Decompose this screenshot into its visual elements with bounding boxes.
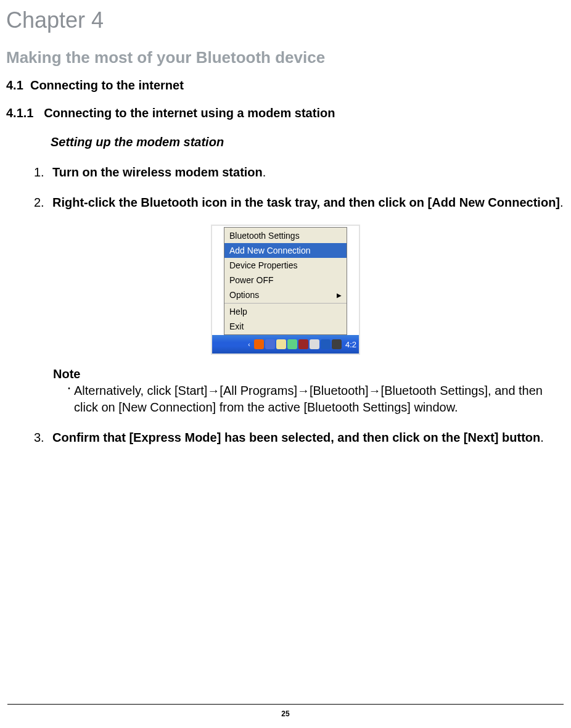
step-bold: Turn on the wireless modem station [52, 165, 263, 179]
heading-number: 4.1 [6, 78, 23, 92]
taskbar: ‹ 4:2 [212, 335, 359, 354]
heading-text: Connecting to the internet [30, 78, 184, 92]
menu-item-label: Help [229, 307, 247, 316]
subheading-setting-up: Setting up the modem station [51, 135, 565, 149]
context-menu-screenshot: Bluetooth Settings Add New Connection De… [211, 225, 360, 355]
tray-icon[interactable] [332, 339, 342, 349]
menu-item-label: Power OFF [229, 275, 274, 285]
menu-item-label: Options [229, 290, 259, 300]
heading-4-1: 4.1 Connecting to the internet [6, 78, 565, 93]
tray-icon[interactable] [310, 339, 319, 349]
menu-item-options[interactable]: Options▶ [224, 287, 347, 302]
menu-item-help[interactable]: Help [224, 304, 347, 319]
step-item: 3. Confirm that [Express Mode] has been … [34, 429, 565, 446]
menu-item-add-new-connection[interactable]: Add New Connection [224, 243, 347, 258]
menu-item-label: Device Properties [229, 260, 298, 270]
tray-icon[interactable] [254, 339, 264, 349]
tray-icon[interactable] [276, 339, 286, 349]
taskbar-clock: 4:2 [345, 340, 356, 349]
step-body: Confirm that [Express Mode] has been sel… [52, 429, 544, 446]
submenu-arrow-icon: ▶ [337, 292, 342, 299]
menu-item-label: Bluetooth Settings [229, 231, 300, 241]
step-number: 2. [34, 194, 52, 211]
step-bold: Confirm that [Express Mode] has been sel… [52, 431, 540, 444]
note-bullet: • Alternatively, click [Start]→[All Prog… [64, 383, 565, 416]
step-number: 1. [34, 164, 52, 181]
menu-item-label: Add New Connection [229, 246, 311, 255]
step-tail: . [263, 165, 266, 179]
menu-item-device-properties[interactable]: Device Properties [224, 258, 347, 273]
step-item: 1. Turn on the wireless modem station. [34, 164, 565, 181]
chapter-title: Chapter 4 [6, 7, 565, 33]
context-menu: Bluetooth Settings Add New Connection De… [224, 227, 347, 335]
tray-icon[interactable] [287, 339, 297, 349]
step-tail: . [540, 431, 544, 444]
menu-item-exit[interactable]: Exit [224, 319, 347, 334]
step-bold: Right-click the Bluetooth icon in the ta… [52, 196, 560, 209]
page-number: 25 [281, 709, 289, 718]
step-tail: . [560, 196, 564, 209]
page-footer: 25 [0, 704, 571, 718]
bullet-icon: • [64, 383, 74, 416]
menu-item-bluetooth-settings[interactable]: Bluetooth Settings [224, 228, 347, 243]
section-title: Making the most of your Bluetooth device [6, 48, 565, 67]
tray-expand-icon[interactable]: ‹ [245, 341, 253, 348]
note-block: Note • Alternatively, click [Start]→[All… [53, 366, 565, 416]
footer-rule [7, 704, 564, 705]
menu-item-label: Exit [229, 321, 244, 331]
tray-icon[interactable] [298, 339, 308, 349]
note-heading: Note [53, 366, 565, 383]
step-body: Right-click the Bluetooth icon in the ta… [52, 194, 564, 211]
heading-4-1-1: 4.1.1 Connecting to the internet using a… [6, 106, 565, 120]
note-text: Alternatively, click [Start]→[All Progra… [74, 383, 565, 416]
heading-text: Connecting to the internet using a modem… [44, 106, 335, 120]
step-body: Turn on the wireless modem station. [52, 164, 266, 181]
menu-item-power-off[interactable]: Power OFF [224, 273, 347, 287]
bluetooth-tray-icon[interactable] [321, 339, 331, 349]
tray-icon[interactable] [265, 339, 275, 349]
heading-number: 4.1.1 [6, 106, 33, 120]
step-number: 3. [34, 429, 52, 446]
step-item: 2. Right-click the Bluetooth icon in the… [34, 194, 565, 211]
